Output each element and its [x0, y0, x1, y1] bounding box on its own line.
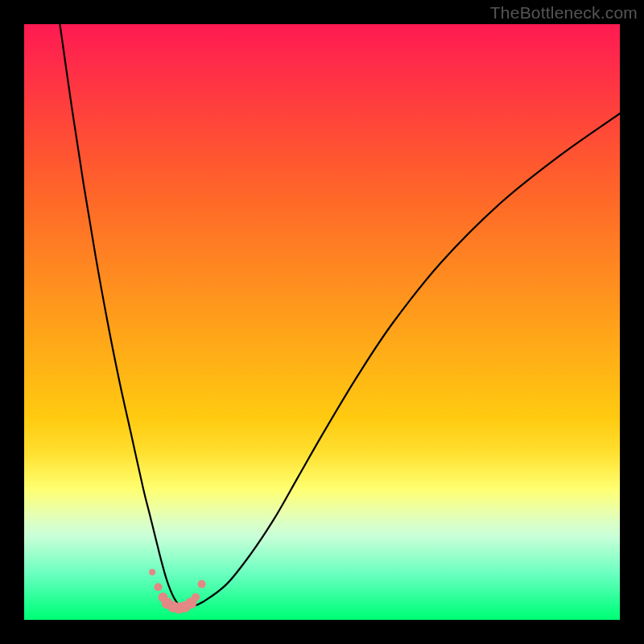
bottom-dot [192, 593, 200, 601]
bottom-dot [149, 569, 155, 576]
bottom-dots-group [149, 569, 205, 613]
bottom-dot [155, 583, 163, 591]
outer-black-frame: TheBottleneck.com [0, 0, 644, 644]
chart-svg [24, 24, 620, 620]
watermark-text: TheBottleneck.com [490, 3, 638, 23]
bottleneck-curve [60, 24, 620, 608]
bottom-dot [198, 580, 206, 588]
